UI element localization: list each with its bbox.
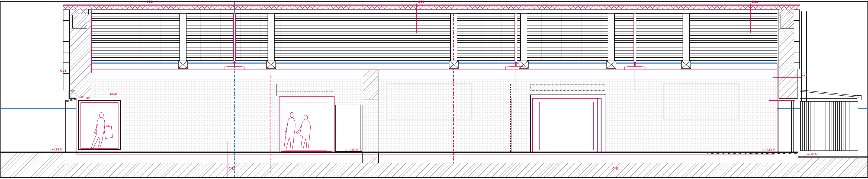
base-plate-x-icon bbox=[267, 61, 276, 69]
cc1-leader-line bbox=[416, 3, 417, 33]
right-canopy-lines bbox=[800, 90, 859, 97]
anchor-symbol bbox=[224, 61, 245, 70]
left-door-head-red-slope bbox=[76, 96, 92, 99]
cv1-leader-line bbox=[773, 77, 801, 78]
elevation-marker-hall-floor: ▽ +4.90 M bbox=[345, 148, 359, 151]
cc1-leader-line bbox=[145, 3, 145, 33]
tag-ch1: CH1 bbox=[612, 167, 619, 170]
tag-ch1: CH1 bbox=[228, 167, 235, 170]
level-triangle-icon: ▽ bbox=[762, 149, 764, 151]
tag-cc1: CC1 bbox=[418, 0, 424, 3]
base-plate-x-icon bbox=[607, 61, 616, 69]
tag-cc1: CC1 bbox=[752, 0, 758, 3]
cv1-leader-line bbox=[60, 73, 97, 73]
left-canopy-lines bbox=[64, 98, 78, 102]
base-plate-x-icon bbox=[519, 61, 528, 69]
tag-ci10: CI10 bbox=[110, 92, 117, 95]
anchor-symbol bbox=[625, 61, 645, 70]
section-drawing-sheet: CC1 CC1 CC1 CV1 CV1 CI10 CH1 CH1 ▽ +4.92… bbox=[0, 0, 868, 179]
elevation-marker-entry-exterior: ▽ +4.92 M bbox=[49, 148, 62, 151]
cc1-leader-line bbox=[750, 3, 751, 33]
level-triangle-icon: ▽ bbox=[805, 153, 806, 156]
elevation-marker-entry-interior: ▽ +4.92 M bbox=[89, 148, 102, 151]
base-plate-x-icon bbox=[449, 61, 458, 69]
ch1-leader-line bbox=[611, 141, 611, 178]
elevation-marker-right-interior: ▽ +4.81 M bbox=[762, 148, 775, 151]
ch1-leader-line bbox=[227, 141, 227, 177]
level-triangle-icon: ▽ bbox=[345, 149, 347, 151]
roof-zigzag-band bbox=[63, 5, 800, 9]
level-triangle-icon: ▽ bbox=[49, 148, 51, 151]
elevation-marker-right-exterior: ▽ +4.64 M bbox=[805, 153, 817, 156]
standing-people-figures bbox=[284, 112, 310, 151]
vector-overlay bbox=[0, 0, 868, 179]
column-base-plates bbox=[178, 61, 691, 69]
tag-cv1-left: CV1 bbox=[60, 69, 66, 72]
base-plate-x-icon bbox=[178, 61, 188, 69]
tag-cv1-right: CV1 bbox=[801, 73, 808, 76]
level-triangle-icon: ▽ bbox=[89, 148, 91, 151]
tag-cc1: CC1 bbox=[146, 0, 153, 3]
red-anchor-symbols bbox=[224, 61, 645, 70]
walking-person-figure bbox=[91, 113, 113, 149]
base-plate-x-icon bbox=[682, 61, 691, 69]
